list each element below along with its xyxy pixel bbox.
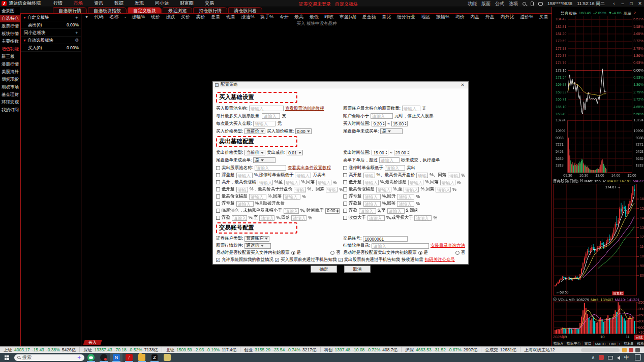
text-input[interactable]: 请输入	[295, 173, 311, 178]
dropdown[interactable]: 是	[253, 157, 275, 163]
column-header-13[interactable]: 今开	[280, 14, 289, 20]
column-header-26[interactable]: 内外比	[500, 14, 514, 20]
column-header-20[interactable]: 细分行业	[397, 14, 415, 20]
board-list-item[interactable]: 买入(0)0.00%	[21, 44, 81, 52]
text-input[interactable]: 请输入	[404, 187, 419, 192]
board-tab-3[interactable]: 自定义板块	[128, 7, 162, 13]
checkbox[interactable]	[216, 194, 220, 199]
indicator-tab-3[interactable]: 窗口	[583, 341, 594, 346]
column-header-25[interactable]: 外盘	[485, 14, 495, 20]
column-header-2[interactable]: 名称	[109, 14, 118, 20]
column-header-1[interactable]: 代码	[95, 14, 104, 20]
sidebar-item-13[interactable]: 环球宏观	[0, 98, 20, 106]
menu-item-7[interactable]: 财富圈	[174, 1, 199, 6]
text-input[interactable]: 请输入	[284, 180, 299, 185]
text-input[interactable]: 请输入	[448, 173, 459, 178]
dropdown[interactable]: 0.01	[287, 150, 303, 155]
taskbar-app-folder[interactable]	[136, 353, 148, 362]
text-input[interactable]: 请输入	[283, 194, 300, 200]
checkbox[interactable]	[343, 202, 347, 206]
column-header-23[interactable]: 均价	[455, 14, 465, 20]
column-header-5[interactable]: 现价	[151, 14, 160, 20]
confirm-button[interactable]: 确定	[311, 266, 337, 273]
text-input[interactable]: 请输入	[236, 201, 254, 207]
checkbox[interactable]	[343, 173, 347, 177]
checkbox[interactable]	[216, 209, 220, 213]
spinner-arrows-icon[interactable]	[407, 151, 409, 154]
status-index-4[interactable]: 创业3155.29-23.54-0.74%3217亿	[240, 347, 320, 352]
column-header-4[interactable]: 涨幅%	[132, 14, 145, 20]
text-input[interactable]: 请输入	[397, 194, 414, 200]
sidebar-item-1[interactable]: 全景图	[0, 7, 20, 15]
column-header-3[interactable]: ·	[125, 15, 126, 20]
radio[interactable]	[291, 251, 295, 255]
column-header-9[interactable]: 总量	[211, 14, 220, 20]
time-spinner[interactable]: 15:00	[372, 150, 388, 155]
column-header-15[interactable]: 最低	[310, 14, 319, 20]
sidebar-item-3[interactable]: 股票行情	[0, 22, 20, 30]
text-input[interactable]: 请输入	[249, 106, 284, 111]
text-input[interactable]: 请输入	[316, 180, 331, 185]
text-input[interactable]: 请输入	[359, 208, 376, 214]
dialog-close-button[interactable]: ✕	[459, 82, 466, 87]
sidebar-item-9[interactable]: 美股海外	[0, 68, 20, 76]
column-header-7[interactable]: 买价	[181, 14, 190, 20]
checkbox[interactable]	[343, 180, 347, 184]
expand-icon[interactable]: +	[580, 179, 583, 182]
menu-item-5[interactable]: 发现	[129, 1, 149, 6]
column-header-21[interactable]: 地区	[421, 14, 430, 20]
text-input[interactable]: 请输入	[372, 243, 429, 249]
sidebar-item-7[interactable]: 新三板	[0, 53, 20, 60]
right-menu-item-1[interactable]: 功能	[468, 1, 477, 6]
text-input[interactable]: 请输入	[363, 194, 381, 200]
taskbar-search[interactable]: 搜索	[14, 354, 84, 361]
adjust-tag[interactable]: 前复权	[612, 291, 624, 295]
phone-icon[interactable]	[531, 2, 534, 6]
close-button[interactable]: ✕	[637, 1, 642, 6]
text-input[interactable]: 请输入	[416, 173, 428, 178]
taskbar-app-docs[interactable]	[161, 353, 173, 362]
checkbox[interactable]: ✓	[339, 258, 343, 262]
text-input[interactable]: 请输入	[379, 157, 400, 163]
right-menu-item-4[interactable]: 选项	[509, 1, 518, 6]
text-input[interactable]: 请输入	[236, 187, 249, 192]
text-input[interactable]: 请输入	[363, 201, 381, 207]
board-group-header[interactable]: 问小达板块＋	[21, 29, 81, 37]
cancel-button[interactable]: 取消	[344, 266, 371, 273]
column-header-16[interactable]: 昨收	[324, 14, 333, 20]
gear-icon[interactable]: ⚙	[75, 37, 79, 44]
text-input[interactable]: 请输入	[284, 208, 299, 214]
dropdown[interactable]: 当前价	[244, 128, 265, 134]
checkbox[interactable]	[216, 187, 220, 191]
sidebar-item-12[interactable]: 基金理财	[0, 91, 20, 98]
tray-tool-icon[interactable]	[635, 348, 640, 352]
text-input[interactable]: 请输入	[376, 187, 391, 192]
action-center-icon[interactable]	[635, 354, 641, 360]
menu-item-2[interactable]: 市场	[68, 1, 88, 6]
spinner-arrows-icon[interactable]	[405, 122, 407, 125]
column-header-28[interactable]: 买量	[539, 14, 548, 20]
volume-icon[interactable]	[617, 356, 620, 360]
menu-item-4[interactable]: 数据	[109, 1, 129, 6]
right-menu-item-3[interactable]: 公式	[495, 1, 504, 6]
column-header-6[interactable]: 涨跌	[166, 14, 175, 20]
spinner-arrows-icon[interactable]	[383, 122, 385, 125]
time-spinner[interactable]: 9:20	[372, 121, 386, 126]
add-board-icon[interactable]: ＋	[75, 29, 79, 37]
daily-title[interactable]: 普冉股份(日线)	[553, 179, 578, 184]
menu-item-8[interactable]: 交易	[199, 1, 220, 6]
spinner-arrows-icon[interactable]	[336, 209, 339, 213]
back-button[interactable]: ‹	[611, 1, 617, 6]
text-input[interactable]: 请输入	[253, 121, 275, 126]
board-group-header[interactable]: ▼自定义板块＋	[21, 14, 81, 21]
status-index-6[interactable]: 沪深4663.53-31.52-0.67%2997亿	[402, 347, 481, 352]
text-input[interactable]: 请输入	[291, 215, 306, 221]
tray-status-icon[interactable]	[622, 348, 627, 352]
tray-expand-icon[interactable]: ∧	[591, 355, 595, 360]
sort-icon[interactable]: ▼	[85, 15, 88, 19]
checkbox[interactable]	[343, 209, 347, 213]
board-tab-5[interactable]: 持仓股行情	[193, 7, 227, 13]
minimize-button[interactable]: –	[620, 1, 625, 6]
help-link[interactable]: 查看股票池创建教程	[285, 106, 324, 112]
time-spinner[interactable]: 15:00	[391, 121, 408, 126]
